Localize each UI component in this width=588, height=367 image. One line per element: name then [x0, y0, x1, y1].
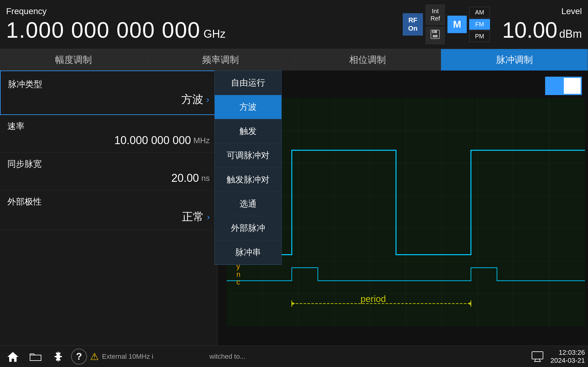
svg-rect-2 [433, 35, 438, 37]
svg-rect-3 [433, 30, 434, 33]
frequency-section: Frequency 1.000 000 000 000 GHz [6, 6, 397, 43]
dropdown-item-pulse-train[interactable]: 脉冲串 [215, 240, 281, 265]
level-unit: dBm [559, 28, 582, 40]
ext-polarity-label: 外部极性 [7, 196, 210, 208]
monitor-icon [528, 347, 547, 366]
tab-bar: 幅度调制 频率调制 相位调制 脉冲调制 [0, 49, 588, 71]
mod-am-button[interactable]: AM [469, 7, 490, 18]
status-time: 12:03:26 2024-03-21 [550, 349, 585, 365]
level-label: Level [496, 6, 582, 16]
main-content: 脉冲类型 方波 › 速率 10.000 000 000 MHz 同步脉宽 20.… [0, 71, 588, 346]
sync-width-value: 20.00 [171, 172, 199, 185]
status-right: 12:03:26 2024-03-21 [528, 347, 585, 366]
dropdown-item-adj-pulse-pair[interactable]: 可调脉冲对 [215, 143, 281, 168]
frequency-unit: GHz [204, 28, 226, 40]
ext-polarity-row[interactable]: 外部极性 正常 › [0, 190, 217, 230]
level-section: Level 10.00 dBm [496, 6, 582, 43]
svg-text:period: period [360, 294, 386, 304]
folder-button[interactable] [26, 347, 45, 366]
tab-amplitude[interactable]: 幅度调制 [0, 49, 147, 71]
pulse-type-label: 脉冲类型 [8, 78, 209, 90]
tab-pulse[interactable]: 脉冲调制 [441, 49, 588, 71]
rate-label: 速率 [7, 120, 210, 132]
mod-pm-button[interactable]: PM [469, 31, 490, 42]
svg-line-33 [535, 359, 536, 361]
svg-rect-1 [432, 30, 437, 33]
pulse-type-value: 方波 [181, 92, 203, 107]
frequency-label: Frequency [6, 6, 397, 16]
ext-polarity-value: 正常 [182, 209, 204, 224]
sync-width-row[interactable]: 同步脉宽 20.00 ns [0, 153, 217, 190]
rate-unit: MHz [194, 136, 210, 145]
frequency-value: 1.000 000 000 000 [6, 17, 201, 43]
help-button[interactable]: ? [71, 349, 87, 365]
pulse-type-row[interactable]: 脉冲类型 方波 › [0, 71, 217, 115]
dropdown-item-square[interactable]: 方波 [215, 95, 281, 119]
header-controls: RF On Int Ref M AM FM PM [403, 4, 490, 44]
toggle-indicator [564, 78, 581, 94]
tab-phase[interactable]: 相位调制 [294, 49, 441, 71]
int-ref-button[interactable]: Int Ref [425, 4, 445, 25]
status-bar: ? ⚠ External 10MHz i witched to... 12:03… [0, 346, 588, 367]
svg-text:n: n [236, 270, 240, 278]
dropdown-item-trig-pulse-pair[interactable]: 触发脉冲对 [215, 168, 281, 192]
sync-width-unit: ns [202, 174, 210, 183]
settings-button[interactable] [48, 347, 68, 366]
pulse-type-dropdown: 自由运行 方波 触发 可调脉冲对 触发脉冲对 选通 外部脉冲 脉冲串 [214, 71, 282, 265]
dropdown-item-gate[interactable]: 选通 [215, 192, 281, 216]
mod-fm-button[interactable]: FM [469, 19, 490, 30]
rf-on-button[interactable]: RF On [403, 13, 423, 36]
svg-line-34 [539, 359, 540, 361]
sync-width-label: 同步脉宽 [7, 158, 210, 170]
svg-rect-32 [532, 352, 543, 359]
dropdown-item-ext-pulse[interactable]: 外部脉冲 [215, 216, 281, 240]
tab-frequency[interactable]: 频率调制 [147, 49, 294, 71]
left-panel: 脉冲类型 方波 › 速率 10.000 000 000 MHz 同步脉宽 20.… [0, 71, 217, 346]
svg-rect-30 [30, 355, 41, 361]
header: Frequency 1.000 000 000 000 GHz RF On In… [0, 0, 588, 49]
ext-polarity-arrow: › [207, 212, 210, 222]
warning-icon: ⚠ [90, 351, 99, 362]
rate-row[interactable]: 速率 10.000 000 000 MHz [0, 115, 217, 153]
level-value: 10.00 [502, 17, 557, 43]
status-message: External 10MHz i witched to... [102, 353, 525, 361]
dropdown-item-trigger[interactable]: 触发 [215, 119, 281, 143]
output-toggle[interactable] [545, 77, 582, 95]
dropdown-item-free-run[interactable]: 自由运行 [215, 71, 281, 95]
mod-group: AM FM PM [469, 7, 490, 42]
pulse-type-arrow: › [206, 95, 209, 105]
rate-value: 10.000 000 000 [114, 134, 191, 147]
mod-m-button[interactable]: M [447, 16, 467, 33]
svg-text:c: c [236, 278, 240, 286]
save-button[interactable] [425, 26, 445, 44]
home-button[interactable] [3, 347, 23, 366]
